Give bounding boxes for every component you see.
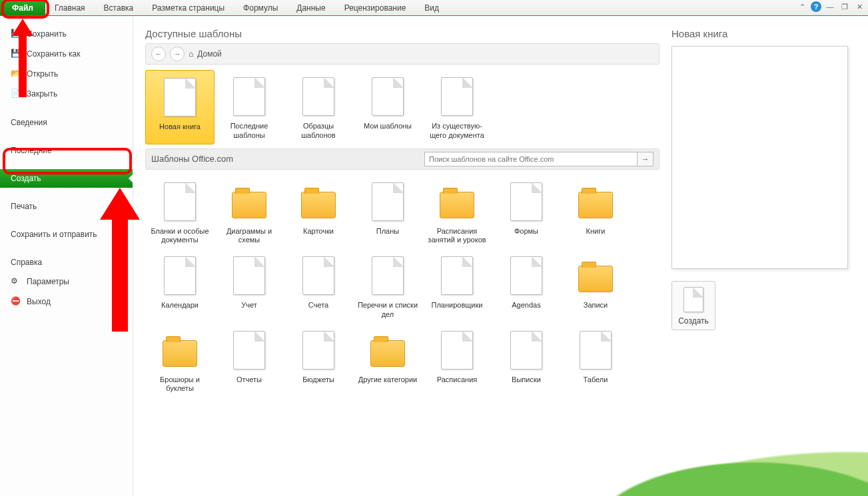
- file-icon: [228, 254, 270, 297]
- sidebar-label: Сохранить как: [27, 49, 80, 59]
- category-tile[interactable]: Выписки: [492, 324, 561, 398]
- category-tile[interactable]: Брошюры и буклеты: [145, 324, 215, 398]
- sidebar-exit[interactable]: ⛔Выход: [0, 292, 133, 312]
- sidebar-options[interactable]: ⚙Параметры: [0, 272, 133, 292]
- preview-panel: Новая книга Создать: [671, 28, 861, 496]
- category-tile[interactable]: Бюджеты: [284, 324, 353, 398]
- file-icon: [228, 75, 270, 118]
- nav-back-button[interactable]: ←: [151, 47, 166, 61]
- file-icon: [366, 254, 409, 297]
- template-search-input[interactable]: [424, 152, 638, 166]
- templates-breadcrumb-bar: ← → ⌂ Домой: [145, 43, 659, 65]
- office-templates-title: Шаблоны Office.com: [151, 154, 233, 164]
- category-tile[interactable]: Записи: [561, 249, 630, 324]
- category-tile[interactable]: Другие категории: [353, 324, 422, 398]
- ribbon-minimize-icon[interactable]: ⌃: [796, 1, 808, 12]
- tile-label: Учет: [217, 301, 281, 310]
- sidebar-label: Справка: [11, 258, 42, 267]
- sidebar-print[interactable]: Печать: [0, 197, 133, 216]
- window-minimize-icon[interactable]: —: [824, 1, 836, 12]
- tile-label: Формы: [494, 227, 558, 236]
- folder-icon: [297, 180, 340, 223]
- template-tile[interactable]: Из существую-щего документа: [422, 70, 492, 144]
- nav-forward-button[interactable]: →: [170, 47, 185, 61]
- sidebar-label: Сохранить и отправить: [11, 230, 97, 239]
- tile-label: Брошюры и буклеты: [148, 375, 212, 394]
- tile-label: Календари: [148, 301, 212, 310]
- category-tile[interactable]: Формы: [492, 175, 561, 250]
- template-tile[interactable]: Образцы шаблонов: [284, 70, 353, 144]
- home-icon[interactable]: ⌂: [189, 49, 193, 59]
- breadcrumb-home[interactable]: Домой: [197, 49, 222, 59]
- help-icon[interactable]: ?: [811, 1, 821, 12]
- save-icon: 💾: [11, 29, 21, 39]
- folder-icon: [366, 329, 409, 372]
- category-tile[interactable]: Бланки и особые документы: [145, 175, 215, 250]
- templates-panel: Доступные шаблоны ← → ⌂ Домой Новая книг…: [145, 28, 659, 496]
- template-tile[interactable]: Последние шаблоны: [215, 70, 284, 144]
- template-tile[interactable]: Новая книга: [145, 70, 215, 144]
- tile-label: Бланки и особые документы: [148, 227, 212, 246]
- tile-label: Расписания занятий и уроков: [425, 227, 489, 246]
- sidebar-info[interactable]: Сведения: [0, 113, 133, 132]
- category-tile[interactable]: Диаграммы и схемы: [215, 175, 284, 250]
- category-tile[interactable]: Карточки: [284, 175, 353, 250]
- template-tile[interactable]: Мои шаблоны: [353, 70, 422, 144]
- tab-view[interactable]: Вид: [415, 0, 448, 15]
- open-icon: 📂: [11, 69, 21, 79]
- tile-label: Перечни и списки дел: [356, 301, 420, 320]
- sidebar-recent[interactable]: Последние: [0, 141, 133, 160]
- category-tile[interactable]: Счета: [284, 249, 353, 324]
- tile-label: Книги: [564, 227, 628, 236]
- template-search-go-button[interactable]: →: [638, 152, 653, 166]
- tab-data[interactable]: Данные: [287, 0, 334, 15]
- ribbon: Файл Главная Вставка Разметка страницы Ф…: [0, 0, 868, 16]
- sidebar-open[interactable]: 📂Открыть: [0, 64, 133, 84]
- folder-icon: [574, 254, 617, 297]
- sidebar-save[interactable]: 💾Сохранить: [0, 24, 133, 44]
- sidebar-label: Открыть: [27, 69, 58, 79]
- create-button[interactable]: Создать: [671, 281, 715, 330]
- category-tile[interactable]: Календари: [145, 249, 215, 324]
- tile-label: Счета: [286, 301, 350, 310]
- tile-label: Новая книга: [149, 123, 211, 132]
- category-tile[interactable]: Книги: [561, 175, 630, 250]
- tab-file[interactable]: Файл: [0, 0, 45, 15]
- save-as-icon: 💾: [11, 49, 21, 59]
- tile-label: Планы: [356, 227, 420, 236]
- tile-label: Карточки: [286, 227, 350, 236]
- tile-label: Диаграммы и схемы: [217, 227, 281, 246]
- sidebar-help[interactable]: Справка: [0, 253, 133, 272]
- window-close-icon[interactable]: ✕: [853, 1, 865, 12]
- category-tile[interactable]: Расписания занятий и уроков: [422, 175, 492, 250]
- category-tile[interactable]: Табели: [561, 324, 630, 398]
- sidebar-close[interactable]: 📄Закрыть: [0, 84, 133, 104]
- sidebar-new[interactable]: Создать: [0, 169, 133, 188]
- exit-icon: ⛔: [11, 296, 21, 307]
- category-tile[interactable]: Отчеты: [215, 324, 284, 398]
- category-tile[interactable]: Перечни и списки дел: [353, 249, 422, 324]
- sidebar-label: Выход: [27, 297, 51, 306]
- category-tile[interactable]: Agendas: [492, 249, 561, 324]
- category-tile[interactable]: Расписания: [422, 324, 492, 398]
- tile-label: Другие категории: [356, 375, 420, 385]
- tab-formulas[interactable]: Формулы: [234, 0, 287, 15]
- category-tile[interactable]: Учет: [215, 249, 284, 324]
- window-restore-icon[interactable]: ❐: [839, 1, 851, 12]
- tab-insert[interactable]: Вставка: [95, 0, 143, 15]
- category-tile[interactable]: Планировщики: [422, 249, 492, 324]
- file-icon: [297, 254, 340, 297]
- file-icon: [436, 329, 478, 372]
- tab-home[interactable]: Главная: [45, 0, 95, 15]
- sidebar-save-as[interactable]: 💾Сохранить как: [0, 44, 133, 64]
- tab-review[interactable]: Рецензирование: [335, 0, 416, 15]
- create-button-label: Создать: [675, 316, 712, 326]
- category-tile[interactable]: Планы: [353, 175, 422, 250]
- tile-label: Планировщики: [425, 301, 489, 310]
- file-icon: [505, 329, 548, 372]
- top-template-tiles: Новая книгаПоследние шаблоныОбразцы шабл…: [145, 70, 659, 144]
- tab-page-layout[interactable]: Разметка страницы: [143, 0, 234, 15]
- sidebar-label: Сохранить: [27, 29, 67, 39]
- tile-label: Последние шаблоны: [217, 122, 281, 140]
- sidebar-share[interactable]: Сохранить и отправить: [0, 225, 133, 244]
